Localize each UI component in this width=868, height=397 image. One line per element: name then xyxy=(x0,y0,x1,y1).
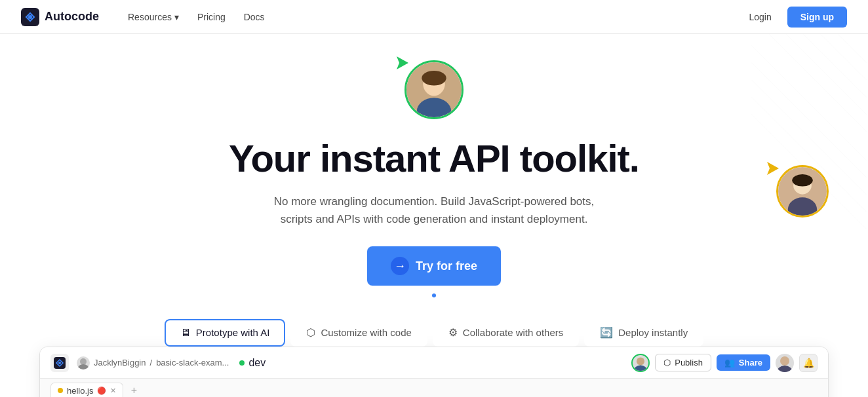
svg-line-11 xyxy=(838,34,867,63)
chevron-down-icon: ▾ xyxy=(174,12,179,22)
user-avatar-editor xyxy=(631,354,650,372)
login-button[interactable]: Login xyxy=(741,8,779,26)
avatar-image xyxy=(406,62,462,117)
nav-actions: Login Sign up xyxy=(741,7,847,28)
breadcrumb-project: basic-slack-exam... xyxy=(156,358,229,368)
svg-line-7 xyxy=(769,34,867,132)
floating-avatar-container xyxy=(776,165,829,217)
tab-prototype[interactable]: 🖥 Prototype with AI xyxy=(165,319,286,347)
hero-title: Your instant API toolkit. xyxy=(229,138,639,180)
hero-subtitle: No more wrangling documention. Build Jav… xyxy=(257,193,611,228)
svg-point-24 xyxy=(77,364,89,369)
dot-indicator xyxy=(432,293,436,297)
svg-point-27 xyxy=(780,356,789,366)
tab-customize-label: Customize with code xyxy=(321,327,411,338)
svg-line-8 xyxy=(786,34,867,115)
env-status-dot xyxy=(239,360,245,366)
file-tab-close[interactable]: ✕ xyxy=(110,387,116,395)
customize-icon: ⬡ xyxy=(306,326,315,339)
svg-point-26 xyxy=(634,365,648,371)
hero-avatar xyxy=(404,60,464,119)
file-modified-dot xyxy=(58,388,63,393)
prototype-icon: 🖥 xyxy=(180,327,191,339)
publish-label: Publish xyxy=(675,358,703,368)
arrow-icon: → xyxy=(391,257,409,275)
tab-collaborate[interactable]: ⚙ Collaborate with others xyxy=(433,318,579,347)
add-file-tab-button[interactable]: + xyxy=(126,383,142,397)
breadcrumb: JacklynBiggin / basic-slack-exam... xyxy=(77,356,229,369)
signup-button[interactable]: Sign up xyxy=(787,7,847,28)
nav-links: Resources ▾ Pricing Docs xyxy=(120,8,741,26)
floating-avatar xyxy=(776,165,829,217)
user-avatar-share xyxy=(776,354,794,372)
try-for-free-button[interactable]: → Try for free xyxy=(367,246,501,286)
deploy-icon: 🔄 xyxy=(600,326,613,339)
brand-logo[interactable]: Autocode xyxy=(21,8,99,26)
user-avatar-small xyxy=(77,356,90,369)
svg-point-1 xyxy=(28,15,32,19)
cta-label: Try for free xyxy=(416,259,477,273)
autocode-small-icon xyxy=(54,357,66,369)
svg-line-10 xyxy=(821,34,867,80)
bg-decoration xyxy=(750,34,868,263)
autocode-logo-icon xyxy=(21,8,39,26)
brand-name: Autocode xyxy=(45,10,99,24)
svg-point-16 xyxy=(422,71,446,85)
yellow-arrow-icon xyxy=(763,160,784,177)
tab-prototype-label: Prototype with AI xyxy=(196,327,270,338)
collaborate-icon: ⚙ xyxy=(448,326,458,339)
file-tab-label: hello.js xyxy=(67,386,93,396)
svg-point-20 xyxy=(792,174,812,187)
feature-tabs: 🖥 Prototype with AI ⬡ Customize with cod… xyxy=(0,313,868,347)
share-label: Share xyxy=(739,358,762,368)
svg-line-9 xyxy=(803,34,866,97)
share-button[interactable]: 👥 Share xyxy=(717,354,770,371)
hero-avatar-container xyxy=(404,60,464,130)
publish-icon: ⬡ xyxy=(663,358,671,368)
editor-topbar: JacklynBiggin / basic-slack-exam... dev … xyxy=(40,347,828,379)
publish-button[interactable]: ⬡ Publish xyxy=(655,354,711,371)
editor-logo xyxy=(50,354,69,372)
svg-line-6 xyxy=(752,46,867,161)
tab-deploy-label: Deploy instantly xyxy=(618,327,688,338)
file-tab-hello[interactable]: hello.js 🔴 ✕ xyxy=(50,383,123,397)
svg-point-23 xyxy=(80,358,87,365)
editor-actions: ⬡ Publish 👥 Share 🔔 xyxy=(631,354,818,372)
file-avatar-icon: 🔴 xyxy=(97,387,106,395)
svg-point-28 xyxy=(777,366,793,372)
floating-avatar-image xyxy=(778,167,827,216)
green-arrow-icon xyxy=(390,54,414,72)
editor-file-tabs: hello.js 🔴 ✕ + xyxy=(40,379,828,397)
bell-icon: 🔔 xyxy=(803,358,814,368)
editor-container: JacklynBiggin / basic-slack-exam... dev … xyxy=(39,347,829,397)
tab-deploy[interactable]: 🔄 Deploy instantly xyxy=(584,318,703,347)
nav-resources[interactable]: Resources ▾ xyxy=(120,8,187,26)
env-indicator: dev xyxy=(239,357,266,369)
notifications-button[interactable]: 🔔 xyxy=(799,354,818,372)
nav-pricing[interactable]: Pricing xyxy=(189,8,233,26)
navbar: Autocode Resources ▾ Pricing Docs Login … xyxy=(0,0,868,34)
hero-section: Your instant API toolkit. No more wrangl… xyxy=(0,34,868,313)
svg-point-25 xyxy=(637,357,644,365)
env-label: dev xyxy=(248,357,266,369)
breadcrumb-user: JacklynBiggin xyxy=(94,358,146,368)
nav-docs[interactable]: Docs xyxy=(236,8,273,26)
share-icon: 👥 xyxy=(724,358,735,368)
tab-customize[interactable]: ⬡ Customize with code xyxy=(290,318,427,347)
svg-point-22 xyxy=(58,362,61,364)
tab-collaborate-label: Collaborate with others xyxy=(463,327,563,338)
